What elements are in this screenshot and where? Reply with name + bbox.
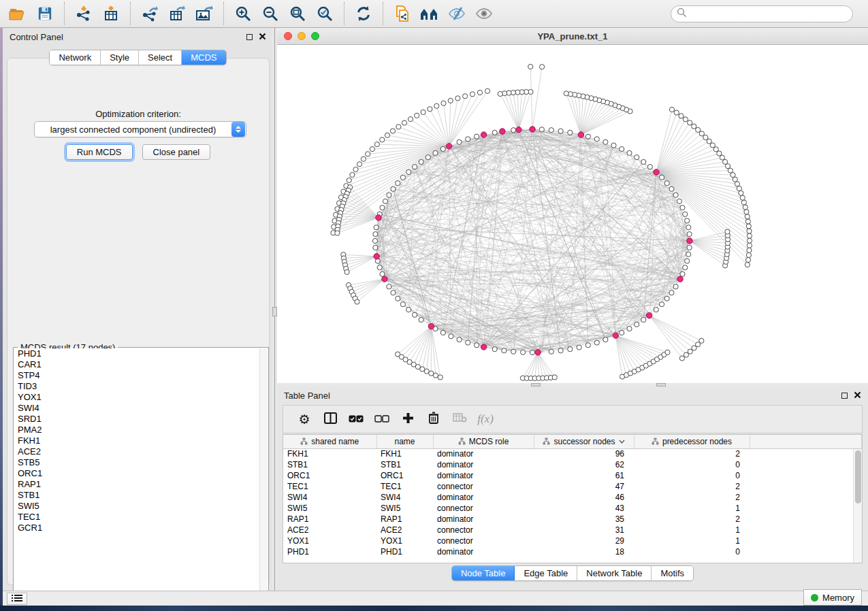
network-node[interactable]: [380, 205, 385, 210]
mcds-dominator-node[interactable]: [374, 254, 379, 259]
select-all-button[interactable]: [343, 407, 369, 431]
network-node[interactable]: [408, 117, 413, 122]
network-node[interactable]: [660, 302, 664, 307]
tab-node-table[interactable]: Node Table: [452, 566, 515, 580]
mcds-result-item[interactable]: GCR1: [14, 523, 259, 533]
network-node[interactable]: [475, 134, 479, 139]
network-node[interactable]: [428, 107, 432, 112]
network-node[interactable]: [717, 151, 722, 156]
network-node[interactable]: [713, 147, 718, 152]
network-node[interactable]: [466, 137, 470, 142]
network-node[interactable]: [594, 137, 599, 142]
network-node[interactable]: [725, 229, 730, 234]
network-node[interactable]: [413, 312, 417, 317]
export-image-button[interactable]: [191, 2, 218, 25]
network-node[interactable]: [441, 101, 446, 105]
network-node[interactable]: [440, 330, 445, 335]
table-row[interactable]: SWI4SWI4dominator462: [283, 492, 862, 503]
network-node[interactable]: [385, 133, 389, 137]
mcds-dominator-node[interactable]: [535, 350, 541, 355]
network-node[interactable]: [387, 284, 391, 289]
tab-mcds[interactable]: MCDS: [182, 50, 225, 65]
column-header-name[interactable]: name: [376, 435, 433, 448]
network-node[interactable]: [440, 146, 445, 151]
network-node[interactable]: [380, 271, 385, 276]
network-node[interactable]: [683, 212, 688, 216]
network-node[interactable]: [406, 308, 411, 312]
network-node[interactable]: [743, 205, 748, 210]
network-node[interactable]: [549, 128, 553, 133]
network-node[interactable]: [679, 356, 684, 361]
mcds-result-item[interactable]: FKH1: [14, 435, 259, 446]
network-node[interactable]: [680, 205, 685, 210]
network-node[interactable]: [477, 90, 482, 95]
network-node[interactable]: [564, 91, 568, 96]
network-node[interactable]: [669, 186, 674, 191]
network-node[interactable]: [377, 265, 382, 270]
network-node[interactable]: [415, 113, 419, 118]
mcds-result-item[interactable]: STB5: [14, 457, 259, 468]
table-scrollbar[interactable]: [853, 449, 862, 563]
mcds-dominator-node[interactable]: [516, 127, 521, 132]
close-panel-button[interactable]: Close panel: [142, 144, 211, 160]
mcds-result-item[interactable]: SWI5: [14, 501, 259, 512]
network-node[interactable]: [498, 91, 502, 96]
network-node[interactable]: [669, 291, 674, 295]
network-node[interactable]: [335, 231, 340, 235]
search-input[interactable]: [687, 9, 837, 18]
network-node[interactable]: [647, 165, 652, 169]
network-node[interactable]: [683, 265, 688, 270]
network-node[interactable]: [374, 225, 379, 230]
network-node[interactable]: [699, 131, 704, 136]
network-node[interactable]: [347, 178, 351, 182]
mcds-dominator-node[interactable]: [428, 323, 434, 329]
network-node[interactable]: [660, 175, 664, 180]
network-node[interactable]: [627, 150, 632, 155]
network-node[interactable]: [391, 291, 396, 295]
zoom-fit-button[interactable]: [284, 2, 311, 25]
network-node[interactable]: [406, 169, 411, 174]
network-node[interactable]: [585, 343, 590, 348]
network-node[interactable]: [361, 156, 366, 161]
network-node[interactable]: [745, 257, 750, 262]
mcds-result-item[interactable]: PHD1: [14, 348, 259, 359]
network-node[interactable]: [568, 347, 573, 352]
network-node[interactable]: [552, 375, 557, 380]
tab-edge-table[interactable]: Edge Table: [515, 566, 577, 580]
network-node[interactable]: [492, 130, 497, 135]
close-panel-icon[interactable]: [259, 32, 266, 42]
add-row-button[interactable]: [395, 407, 421, 431]
mcds-dominator-node[interactable]: [613, 333, 618, 338]
network-node[interactable]: [739, 191, 743, 195]
table-row[interactable]: STB1STB1dominator620: [283, 459, 862, 470]
mcds-dominator-node[interactable]: [578, 132, 583, 137]
network-node[interactable]: [654, 308, 658, 312]
memory-button[interactable]: Memory: [803, 589, 862, 606]
network-node[interactable]: [669, 107, 674, 112]
network-node[interactable]: [683, 117, 688, 122]
network-node[interactable]: [664, 181, 669, 186]
table-row[interactable]: TEC1TEC1connector472: [283, 481, 862, 492]
network-node[interactable]: [429, 371, 434, 376]
zoom-selected-button[interactable]: [311, 2, 338, 25]
show-all-button[interactable]: [470, 2, 498, 25]
network-canvas[interactable]: [277, 45, 868, 383]
network-node[interactable]: [470, 92, 475, 97]
show-hidden-panels-button[interactable]: [7, 593, 27, 605]
mcds-list-scrollbar[interactable]: [259, 348, 268, 597]
network-node[interactable]: [370, 147, 374, 152]
network-node[interactable]: [380, 137, 385, 142]
hide-selected-button[interactable]: [443, 2, 470, 25]
network-node[interactable]: [747, 229, 752, 233]
tab-select[interactable]: Select: [139, 50, 182, 65]
import-table-button[interactable]: [97, 2, 125, 25]
table-row[interactable]: FKH1FKH1dominator962: [283, 448, 862, 459]
mcds-dominator-node[interactable]: [677, 276, 683, 282]
import-network-button[interactable]: [70, 2, 97, 25]
network-node[interactable]: [433, 150, 438, 155]
network-node[interactable]: [696, 127, 701, 132]
column-header-shared-name[interactable]: shared name: [283, 435, 376, 448]
network-node[interactable]: [744, 210, 749, 214]
float-panel-icon[interactable]: [246, 34, 253, 40]
network-node[interactable]: [684, 352, 688, 357]
